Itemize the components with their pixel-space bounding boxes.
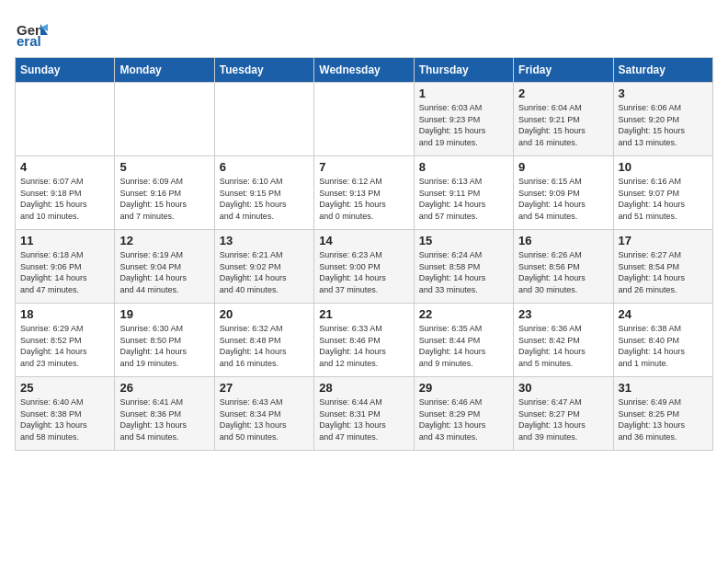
calendar-cell: 19Sunrise: 6:30 AM Sunset: 8:50 PM Dayli…: [115, 304, 214, 377]
day-number: 8: [419, 160, 508, 174]
day-number: 5: [119, 160, 209, 174]
calendar-cell: [314, 83, 414, 156]
col-header-wednesday: Wednesday: [314, 58, 414, 83]
calendar-cell: 16Sunrise: 6:26 AM Sunset: 8:56 PM Dayli…: [514, 230, 613, 304]
calendar-cell: 4Sunrise: 6:07 AM Sunset: 9:18 PM Daylig…: [16, 156, 115, 230]
day-info: Sunrise: 6:06 AM Sunset: 9:20 PM Dayligh…: [619, 102, 708, 148]
day-info: Sunrise: 6:47 AM Sunset: 8:27 PM Dayligh…: [518, 396, 608, 442]
day-number: 17: [619, 234, 708, 247]
calendar-cell: [115, 83, 214, 156]
day-number: 11: [20, 234, 109, 247]
day-info: Sunrise: 6:35 AM Sunset: 8:44 PM Dayligh…: [419, 323, 508, 369]
logo-icon: Gen eral: [15, 15, 48, 48]
calendar-cell: 22Sunrise: 6:35 AM Sunset: 8:44 PM Dayli…: [414, 304, 513, 377]
calendar-cell: 8Sunrise: 6:13 AM Sunset: 9:11 PM Daylig…: [414, 156, 513, 230]
calendar-cell: 20Sunrise: 6:32 AM Sunset: 8:48 PM Dayli…: [214, 304, 313, 377]
calendar-cell: 15Sunrise: 6:24 AM Sunset: 8:58 PM Dayli…: [414, 230, 513, 304]
week-row-4: 18Sunrise: 6:29 AM Sunset: 8:52 PM Dayli…: [16, 304, 713, 377]
day-info: Sunrise: 6:15 AM Sunset: 9:09 PM Dayligh…: [518, 176, 608, 222]
day-number: 18: [20, 307, 109, 321]
day-number: 20: [220, 307, 309, 321]
day-info: Sunrise: 6:49 AM Sunset: 8:25 PM Dayligh…: [619, 396, 708, 442]
day-number: 9: [518, 160, 608, 174]
calendar-cell: 12Sunrise: 6:19 AM Sunset: 9:04 PM Dayli…: [115, 230, 214, 304]
calendar-cell: 13Sunrise: 6:21 AM Sunset: 9:02 PM Dayli…: [214, 230, 313, 304]
day-number: 26: [119, 381, 209, 395]
svg-text:eral: eral: [17, 33, 41, 48]
day-info: Sunrise: 6:29 AM Sunset: 8:52 PM Dayligh…: [20, 323, 109, 369]
week-row-5: 25Sunrise: 6:40 AM Sunset: 8:38 PM Dayli…: [16, 377, 713, 451]
day-number: 2: [518, 86, 608, 100]
day-info: Sunrise: 6:27 AM Sunset: 8:54 PM Dayligh…: [619, 249, 708, 295]
day-info: Sunrise: 6:03 AM Sunset: 9:23 PM Dayligh…: [419, 102, 508, 148]
day-info: Sunrise: 6:18 AM Sunset: 9:06 PM Dayligh…: [20, 249, 109, 295]
day-number: 21: [319, 307, 408, 321]
day-number: 13: [220, 234, 309, 247]
day-number: 30: [518, 381, 608, 395]
calendar-cell: 3Sunrise: 6:06 AM Sunset: 9:20 PM Daylig…: [613, 83, 712, 156]
calendar-cell: [16, 83, 115, 156]
calendar-cell: 5Sunrise: 6:09 AM Sunset: 9:16 PM Daylig…: [115, 156, 214, 230]
calendar-cell: 6Sunrise: 6:10 AM Sunset: 9:15 PM Daylig…: [214, 156, 313, 230]
col-header-sunday: Sunday: [16, 58, 115, 83]
day-number: 6: [220, 160, 309, 174]
day-number: 4: [20, 160, 109, 174]
day-info: Sunrise: 6:16 AM Sunset: 9:07 PM Dayligh…: [619, 176, 708, 222]
calendar-cell: 24Sunrise: 6:38 AM Sunset: 8:40 PM Dayli…: [613, 304, 712, 377]
week-row-1: 1Sunrise: 6:03 AM Sunset: 9:23 PM Daylig…: [16, 83, 713, 156]
day-info: Sunrise: 6:07 AM Sunset: 9:18 PM Dayligh…: [20, 176, 109, 222]
day-number: 1: [419, 86, 508, 100]
day-info: Sunrise: 6:46 AM Sunset: 8:29 PM Dayligh…: [419, 396, 508, 442]
day-number: 31: [619, 381, 708, 395]
calendar-cell: 30Sunrise: 6:47 AM Sunset: 8:27 PM Dayli…: [514, 377, 613, 451]
calendar-cell: 26Sunrise: 6:41 AM Sunset: 8:36 PM Dayli…: [115, 377, 214, 451]
day-info: Sunrise: 6:30 AM Sunset: 8:50 PM Dayligh…: [119, 323, 209, 369]
calendar-cell: 9Sunrise: 6:15 AM Sunset: 9:09 PM Daylig…: [514, 156, 613, 230]
calendar-cell: 2Sunrise: 6:04 AM Sunset: 9:21 PM Daylig…: [514, 83, 613, 156]
day-number: 16: [518, 234, 608, 247]
calendar-cell: 28Sunrise: 6:44 AM Sunset: 8:31 PM Dayli…: [314, 377, 414, 451]
calendar-cell: 31Sunrise: 6:49 AM Sunset: 8:25 PM Dayli…: [613, 377, 712, 451]
day-number: 25: [20, 381, 109, 395]
day-info: Sunrise: 6:23 AM Sunset: 9:00 PM Dayligh…: [319, 249, 408, 295]
logo: Gen eral: [15, 15, 51, 48]
day-info: Sunrise: 6:32 AM Sunset: 8:48 PM Dayligh…: [220, 323, 309, 369]
day-number: 3: [619, 86, 708, 100]
week-row-2: 4Sunrise: 6:07 AM Sunset: 9:18 PM Daylig…: [16, 156, 713, 230]
day-info: Sunrise: 6:24 AM Sunset: 8:58 PM Dayligh…: [419, 249, 508, 295]
calendar-table: SundayMondayTuesdayWednesdayThursdayFrid…: [15, 57, 713, 451]
day-info: Sunrise: 6:19 AM Sunset: 9:04 PM Dayligh…: [119, 249, 209, 295]
day-info: Sunrise: 6:40 AM Sunset: 8:38 PM Dayligh…: [20, 396, 109, 442]
col-header-saturday: Saturday: [613, 58, 712, 83]
calendar-cell: 1Sunrise: 6:03 AM Sunset: 9:23 PM Daylig…: [414, 83, 513, 156]
col-header-monday: Monday: [115, 58, 214, 83]
day-number: 22: [419, 307, 508, 321]
calendar-cell: [214, 83, 313, 156]
day-number: 19: [119, 307, 209, 321]
day-number: 28: [319, 381, 408, 395]
day-number: 12: [119, 234, 209, 247]
col-header-thursday: Thursday: [414, 58, 513, 83]
calendar-cell: 18Sunrise: 6:29 AM Sunset: 8:52 PM Dayli…: [16, 304, 115, 377]
day-info: Sunrise: 6:13 AM Sunset: 9:11 PM Dayligh…: [419, 176, 508, 222]
calendar-header-row: SundayMondayTuesdayWednesdayThursdayFrid…: [16, 58, 713, 83]
day-info: Sunrise: 6:44 AM Sunset: 8:31 PM Dayligh…: [319, 396, 408, 442]
day-info: Sunrise: 6:12 AM Sunset: 9:13 PM Dayligh…: [319, 176, 408, 222]
calendar-cell: 27Sunrise: 6:43 AM Sunset: 8:34 PM Dayli…: [214, 377, 313, 451]
col-header-tuesday: Tuesday: [214, 58, 313, 83]
day-info: Sunrise: 6:10 AM Sunset: 9:15 PM Dayligh…: [220, 176, 309, 222]
day-info: Sunrise: 6:43 AM Sunset: 8:34 PM Dayligh…: [220, 396, 309, 442]
day-info: Sunrise: 6:38 AM Sunset: 8:40 PM Dayligh…: [619, 323, 708, 369]
day-number: 29: [419, 381, 508, 395]
day-number: 14: [319, 234, 408, 247]
calendar-cell: 14Sunrise: 6:23 AM Sunset: 9:00 PM Dayli…: [314, 230, 414, 304]
calendar-cell: 7Sunrise: 6:12 AM Sunset: 9:13 PM Daylig…: [314, 156, 414, 230]
day-info: Sunrise: 6:33 AM Sunset: 8:46 PM Dayligh…: [319, 323, 408, 369]
day-number: 10: [619, 160, 708, 174]
col-header-friday: Friday: [514, 58, 613, 83]
day-info: Sunrise: 6:41 AM Sunset: 8:36 PM Dayligh…: [119, 396, 209, 442]
day-info: Sunrise: 6:21 AM Sunset: 9:02 PM Dayligh…: [220, 249, 309, 295]
calendar-cell: 25Sunrise: 6:40 AM Sunset: 8:38 PM Dayli…: [16, 377, 115, 451]
day-info: Sunrise: 6:36 AM Sunset: 8:42 PM Dayligh…: [518, 323, 608, 369]
calendar-cell: 10Sunrise: 6:16 AM Sunset: 9:07 PM Dayli…: [613, 156, 712, 230]
